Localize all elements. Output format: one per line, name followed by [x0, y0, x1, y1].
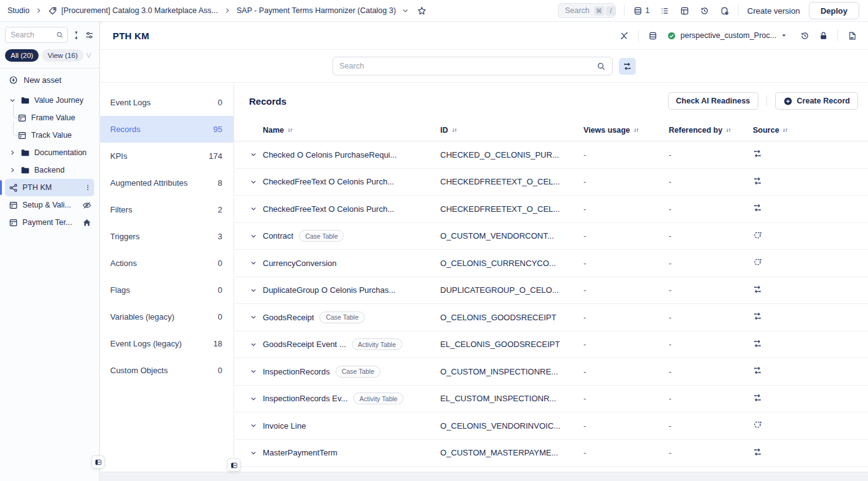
- sidebar-item-label: Value Journey: [34, 96, 92, 105]
- top-bar: Studio [Procurement] Catalog 3.0 Marketp…: [0, 0, 868, 22]
- star-icon[interactable]: [417, 6, 427, 16]
- create-record-button[interactable]: Create Record: [775, 92, 858, 110]
- row-expand-chevron-icon[interactable]: [244, 313, 263, 321]
- sort-icon[interactable]: [782, 127, 788, 133]
- filter-pill-view[interactable]: View (16): [42, 49, 83, 62]
- row-expand-chevron-icon[interactable]: [244, 395, 263, 402]
- row-expand-chevron-icon[interactable]: [244, 259, 263, 267]
- filter-settings-icon[interactable]: [85, 31, 94, 40]
- sidebar-item-track-value[interactable]: Track Value: [5, 126, 94, 144]
- breadcrumb-asset[interactable]: SAP - Payment Terms Harmonizer (Catalog …: [237, 6, 396, 15]
- column-views-usage[interactable]: Views usage: [583, 126, 630, 135]
- history-icon[interactable]: [800, 31, 809, 40]
- row-expand-chevron-icon[interactable]: [244, 422, 263, 429]
- row-expand-chevron-icon[interactable]: [244, 341, 263, 348]
- record-name: GoodsReceipt: [263, 313, 314, 322]
- table-row[interactable]: DuplicateGroup O Celonis Purchas...DUPLI…: [234, 277, 868, 305]
- record-views-usage: -: [583, 231, 669, 240]
- record-name: CheckedFreeText O Celonis Purch...: [263, 204, 394, 214]
- row-expand-chevron-icon[interactable]: [244, 368, 263, 375]
- sidebar-item-documentation[interactable]: Documentation: [5, 144, 94, 161]
- column-source[interactable]: Source: [753, 126, 779, 135]
- sidebar-item-payment-ter[interactable]: Payment Ter...: [5, 214, 94, 231]
- sidebar-item-setup-vali[interactable]: Setup & Vali...: [5, 196, 94, 214]
- row-expand-chevron-icon[interactable]: [244, 232, 263, 240]
- yaml-file-icon[interactable]: [847, 31, 857, 40]
- checklist-icon[interactable]: [660, 6, 669, 16]
- perspective-selector[interactable]: perspective_custom_Proc...: [667, 31, 787, 40]
- create-version-button[interactable]: Create version: [747, 6, 800, 16]
- table-row[interactable]: ContractCase TableO_CUSTOM_VENDORCONT...…: [234, 223, 868, 250]
- lock-icon[interactable]: [819, 31, 828, 40]
- table-row[interactable]: GoodsReceipt Event ...Activity TableEL_C…: [234, 331, 868, 359]
- table-row[interactable]: CheckedFreeText O Celonis Purch...CHECKE…: [234, 196, 868, 223]
- sort-icon[interactable]: [287, 127, 293, 133]
- record-id: CHECKEDFREETEXT_O_CEL...: [440, 204, 583, 214]
- transform-icon: [753, 176, 762, 186]
- new-asset-button[interactable]: New asset: [5, 69, 94, 90]
- record-name: MasterPaymentTerm: [263, 448, 337, 457]
- row-expand-chevron-icon[interactable]: [244, 178, 263, 186]
- data-pool-settings-icon[interactable]: [720, 6, 729, 16]
- row-expand-chevron-icon[interactable]: [244, 205, 263, 212]
- nav-item-count: 18: [214, 339, 222, 348]
- record-search-input[interactable]: [339, 62, 597, 70]
- data-model-button[interactable]: 1: [633, 6, 649, 16]
- chevron-down-icon[interactable]: [402, 7, 409, 14]
- table-row[interactable]: GoodsReceiptCase TableO_CELONIS_GOODSREC…: [234, 304, 868, 331]
- table-row[interactable]: InspectionRecords Ev...Activity TableEL_…: [234, 386, 868, 413]
- column-id[interactable]: ID: [440, 126, 448, 135]
- table-row[interactable]: Invoice LineO_CELONIS_VENDORINVOIC...--: [234, 412, 868, 440]
- views-grid-icon[interactable]: [680, 6, 689, 16]
- nav-item-event-logs[interactable]: Event Logs0: [100, 89, 234, 116]
- table-row[interactable]: Checked O Celonis PurchaseRequi...CHECKE…: [234, 141, 868, 169]
- nav-item-variables-legacy[interactable]: Variables (legacy)0: [100, 303, 234, 330]
- sidebar-search-input[interactable]: [11, 31, 56, 39]
- sort-icon[interactable]: [451, 127, 458, 133]
- nav-item-count: 0: [218, 285, 222, 295]
- unfold-icon[interactable]: [72, 31, 81, 40]
- sort-icon[interactable]: [725, 127, 732, 133]
- record-name: Checked O Celonis PurchaseRequi...: [263, 150, 397, 160]
- nav-item-flags[interactable]: Flags0: [100, 277, 234, 303]
- filter-pill-all[interactable]: All (20): [5, 49, 39, 62]
- nav-item-filters[interactable]: Filters2: [100, 196, 234, 223]
- collapse-sidebar-button[interactable]: [92, 455, 105, 469]
- nav-item-event-logs-legacy[interactable]: Event Logs (legacy)18: [100, 330, 234, 357]
- data-model-icon[interactable]: [648, 31, 658, 40]
- breadcrumb-studio[interactable]: Studio: [7, 6, 29, 15]
- check-ai-readiness-button[interactable]: Check AI Readiness: [668, 92, 758, 110]
- breadcrumb-package[interactable]: [Procurement] Catalog 3.0 Marketplace As…: [48, 6, 218, 16]
- table-row[interactable]: MasterPaymentTermO_CUSTOM_MASTERPAYME...…: [234, 440, 868, 467]
- table-row[interactable]: CurrencyConversionO_CELONIS_CURRENCYCO..…: [234, 250, 868, 277]
- row-expand-chevron-icon[interactable]: [244, 449, 263, 457]
- table-row[interactable]: InspectionRecordsCase TableO_CUSTOM_INSP…: [234, 358, 868, 386]
- global-search-input[interactable]: Search ⌘ /: [558, 3, 615, 18]
- column-name[interactable]: Name: [263, 126, 284, 135]
- nav-item-actions[interactable]: Actions0: [100, 250, 234, 277]
- record-id: EL_CUSTOM_INSPECTIONR...: [440, 394, 583, 403]
- new-asset-label: New asset: [24, 75, 62, 85]
- deploy-button[interactable]: Deploy: [809, 2, 859, 19]
- slash-key-badge: /: [606, 6, 616, 16]
- column-referenced-by[interactable]: Referenced by: [669, 126, 722, 135]
- collapse-nav-panel-button[interactable]: [227, 459, 240, 472]
- history-icon[interactable]: [700, 6, 709, 16]
- transformation-toggle-button[interactable]: [619, 58, 636, 75]
- filter-pill-clipped[interactable]: V: [87, 52, 92, 59]
- records-title: Records: [249, 96, 286, 107]
- sort-icon[interactable]: [633, 127, 639, 133]
- table-row[interactable]: CheckedFreeText O Celonis Purch...CHECKE…: [234, 169, 868, 196]
- nav-item-kpis[interactable]: KPIs174: [100, 143, 234, 169]
- nav-item-triggers[interactable]: Triggers3: [100, 223, 234, 250]
- row-expand-chevron-icon[interactable]: [244, 151, 263, 158]
- nav-item-records[interactable]: Records95: [100, 116, 234, 143]
- nav-item-custom-objects[interactable]: Custom Objects0: [100, 357, 234, 384]
- panel-collapse-icon: [230, 462, 238, 469]
- record-referenced-by: -: [669, 448, 753, 457]
- row-expand-chevron-icon[interactable]: [244, 287, 263, 294]
- variables-icon[interactable]: [620, 31, 629, 40]
- sidebar-item-pth-km[interactable]: PTH KM: [5, 179, 94, 196]
- sidebar-item-backend[interactable]: Backend: [5, 161, 94, 179]
- nav-item-augmented-attributes[interactable]: Augmented Attributes8: [100, 169, 234, 196]
